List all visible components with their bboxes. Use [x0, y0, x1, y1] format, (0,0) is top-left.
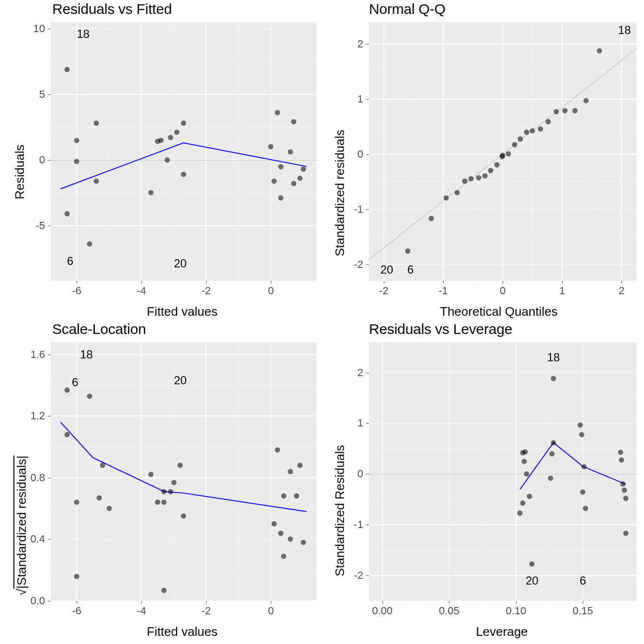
- data-point: [524, 472, 529, 477]
- data-point: [583, 506, 588, 511]
- data-point: [174, 130, 180, 135]
- y-tick-label: -1: [354, 203, 363, 216]
- y-axis-title: Standardized Residuals: [333, 445, 347, 577]
- data-point: [168, 135, 173, 140]
- data-point: [272, 178, 277, 184]
- data-point: [527, 494, 532, 499]
- point-label: 6: [580, 574, 586, 587]
- data-point: [149, 472, 154, 477]
- data-point: [621, 488, 627, 493]
- plot-area: 18206: [369, 342, 636, 601]
- y-tick-label: -1: [354, 518, 363, 531]
- x-axis-title: Fitted values: [147, 624, 218, 639]
- data-point: [553, 109, 559, 115]
- y-tick-label: 0: [357, 148, 363, 161]
- data-point: [64, 211, 69, 217]
- data-point: [444, 195, 449, 200]
- data-point: [579, 432, 584, 437]
- diagnostic-plots-2x2: Residuals vs Fitted 18620 Fitted values …: [0, 0, 644, 644]
- data-point: [518, 510, 523, 516]
- data-point: [281, 494, 287, 499]
- y-tick-label: 0.8: [30, 472, 45, 484]
- data-point: [621, 482, 626, 487]
- data-point: [469, 176, 474, 182]
- x-axis-title: Leverage: [476, 624, 528, 639]
- data-point: [580, 490, 586, 495]
- point-label: 6: [407, 263, 414, 276]
- data-point: [298, 463, 303, 468]
- point-label: 6: [67, 254, 73, 268]
- point-label: 18: [77, 27, 90, 41]
- data-point: [429, 216, 434, 221]
- data-point: [462, 179, 467, 184]
- data-point: [520, 500, 525, 506]
- data-point: [288, 469, 293, 474]
- data-point: [93, 178, 99, 184]
- data-point: [87, 242, 92, 247]
- data-point: [518, 136, 523, 141]
- data-point: [93, 121, 99, 126]
- data-point: [476, 175, 482, 181]
- data-point: [155, 500, 160, 505]
- data-point: [494, 162, 499, 167]
- data-point: [278, 530, 283, 536]
- data-point: [538, 126, 543, 131]
- data-point: [178, 463, 183, 468]
- y-axis-title: Residuals: [12, 145, 27, 199]
- data-point: [106, 506, 112, 511]
- panel-resid-fitted: Residuals vs Fitted 18620 Fitted values …: [2, 2, 320, 320]
- point-label: 6: [72, 376, 78, 389]
- data-point: [563, 108, 568, 113]
- point-label: 20: [526, 574, 539, 587]
- data-point: [181, 514, 186, 519]
- data-point: [521, 459, 527, 464]
- x-tick-label: -6: [72, 285, 81, 297]
- data-point: [482, 173, 487, 178]
- data-point: [551, 440, 556, 445]
- y-tick-label: -5: [35, 219, 45, 232]
- y-tick-label: -2: [354, 569, 363, 582]
- data-point: [298, 176, 303, 181]
- data-point: [577, 422, 583, 427]
- data-point: [64, 67, 69, 72]
- panel-resid-lev: Residuals vs Leverage 18206 Leverage Sta…: [322, 322, 640, 640]
- data-point: [149, 190, 154, 196]
- point-label: 20: [380, 263, 393, 276]
- data-point: [275, 110, 280, 115]
- data-point: [64, 432, 69, 437]
- y-tick-label: 1.2: [30, 410, 45, 422]
- data-point: [506, 151, 511, 156]
- point-label: 18: [80, 348, 93, 361]
- x-axis-title: Fitted values: [147, 304, 218, 319]
- data-point: [161, 500, 167, 505]
- point-label: 18: [618, 23, 631, 37]
- x-tick-label: -2: [202, 605, 211, 617]
- data-point: [500, 153, 506, 158]
- data-point: [272, 521, 277, 527]
- y-tick-label: 1: [357, 93, 363, 105]
- point-label: 20: [174, 257, 187, 270]
- data-point: [300, 540, 306, 545]
- y-tick-label: 2: [357, 38, 363, 50]
- plot-area: 18620: [51, 342, 316, 601]
- loess-line: [369, 342, 636, 601]
- plot-area: 18206: [369, 22, 636, 281]
- data-point: [512, 142, 517, 148]
- data-point: [268, 144, 274, 150]
- data-point: [288, 537, 293, 542]
- y-axis-title: Standardized residuals: [333, 130, 347, 257]
- data-point: [165, 157, 170, 162]
- data-point: [161, 587, 167, 593]
- y-tick-label: 2: [357, 367, 363, 379]
- data-point: [548, 475, 553, 481]
- data-point: [583, 98, 588, 104]
- y-tick-label: 1.6: [30, 348, 45, 361]
- data-point: [291, 119, 296, 125]
- data-point: [100, 463, 105, 468]
- data-point: [278, 196, 283, 201]
- data-point: [524, 129, 529, 135]
- data-point: [623, 496, 628, 501]
- x-tick-label: 0.10: [506, 605, 526, 617]
- x-tick-label: 0.00: [372, 605, 392, 617]
- data-point: [619, 457, 624, 462]
